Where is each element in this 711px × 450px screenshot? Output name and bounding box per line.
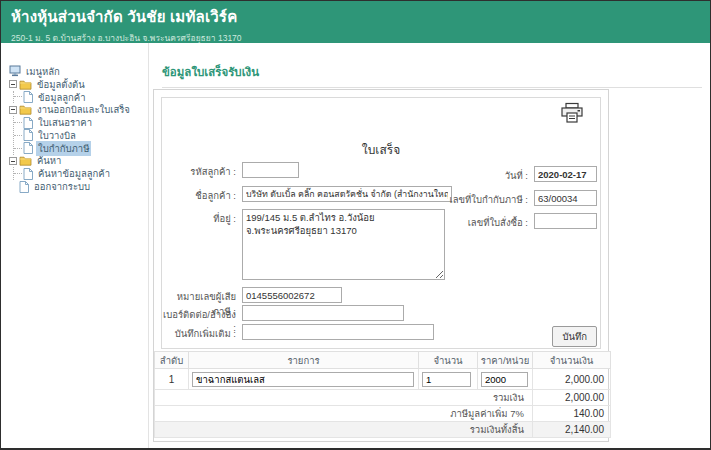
field-tax-invoice-no: เลขที่ใบกำกับภาษี :	[449, 190, 597, 207]
col-header-amount: จำนวนเงิน	[533, 352, 611, 369]
subtotal-label: รวมเงิน	[155, 390, 533, 406]
sidebar-tree: เมนูหลัก ข้อมูลตั้งต้น ข้อมูลลูกค้า งานอ…	[1, 43, 149, 448]
page-icon	[23, 129, 33, 141]
item-amount: 2,000.00	[533, 369, 611, 390]
tax-invoice-no-input[interactable]	[534, 190, 597, 206]
main-content: ข้อมูลใบเสร็จรับเงิน ใบเสร็จ รหัสลูกค้า …	[149, 43, 711, 450]
item-qty-cell	[419, 369, 478, 390]
customer-name-input[interactable]	[242, 186, 452, 202]
subtotal-row: รวมเงิน 2,000.00	[155, 390, 611, 406]
grand-total-value: 2,140.00	[533, 422, 611, 438]
page-icon	[23, 117, 33, 129]
note-label: บันทึกเพิ่มเติม :	[162, 324, 240, 341]
item-description-input[interactable]	[192, 372, 414, 387]
grand-total-label: รวมเงินทั้งสิ้น	[155, 422, 533, 438]
tax-id-input[interactable]	[242, 287, 342, 303]
contact-input[interactable]	[242, 305, 404, 321]
field-customer-name: ชื่อลูกค้า :	[162, 186, 452, 203]
note-input[interactable]	[242, 324, 434, 340]
page-icon	[23, 142, 33, 154]
collapse-icon[interactable]	[9, 157, 17, 165]
item-no: 1	[155, 369, 189, 390]
col-header-unit-price: ราคา/หน่วย	[478, 352, 533, 369]
save-button[interactable]: บันทึก	[552, 326, 597, 347]
field-note: บันทึกเพิ่มเติม :	[162, 324, 434, 341]
field-po-no: เลขที่ใบสั่งซื้อ :	[468, 213, 597, 230]
field-address: ที่อยู่ : 199/145 ม.5 ต.ลำไทร อ.วังน้อย …	[162, 209, 445, 280]
tree-branch: ใบเสนอราคา ใบวางบิล ใบกำกับภาษี	[13, 116, 146, 154]
po-no-input[interactable]	[534, 213, 597, 229]
field-customer-code: รหัสลูกค้า :	[162, 162, 299, 179]
table-row: 1 2,000.00	[155, 369, 611, 390]
item-unit-price-input[interactable]	[481, 372, 528, 387]
sidebar-item-quotation[interactable]: ใบเสนอราคา	[14, 116, 146, 129]
collapse-icon[interactable]	[9, 106, 17, 114]
col-header-description: รายการ	[189, 352, 419, 369]
item-description-cell	[189, 369, 419, 390]
col-header-no: ลำดับ	[155, 352, 189, 369]
page-icon	[19, 181, 29, 193]
tax-invoice-no-label: เลขที่ใบกำกับภาษี :	[449, 190, 532, 207]
page-title: ข้อมูลใบเสร็จรับเงิน	[162, 63, 702, 88]
customer-name-label: ชื่อลูกค้า :	[162, 186, 240, 203]
receipt-form: ใบเสร็จ รหัสลูกค้า : ชื่อลูกค้า : ที่อยู…	[161, 97, 601, 349]
customer-code-label: รหัสลูกค้า :	[162, 162, 240, 179]
vat-value: 140.00	[533, 406, 611, 422]
company-name: ห้างหุ้นส่วนจำกัด วันชัย เมทัลเวิร์ค	[11, 5, 700, 29]
items-table: ลำดับ รายการ จำนวน ราคา/หน่วย จำนวนเงิน …	[154, 351, 611, 438]
customer-code-input[interactable]	[242, 162, 299, 178]
subtotal-value: 2,000.00	[533, 390, 611, 406]
item-unit-price-cell	[478, 369, 533, 390]
print-button[interactable]	[560, 102, 584, 127]
sidebar-item-tax-invoice[interactable]: ใบกำกับภาษี	[14, 142, 146, 155]
date-label: วันที่ :	[505, 166, 532, 183]
grand-total-row: รวมเงินทั้งสิ้น 2,140.00	[155, 422, 611, 438]
sidebar-item-label: ออกจากระบบ	[32, 179, 92, 194]
address-label: ที่อยู่ :	[162, 209, 240, 226]
vat-label: ภาษีมูลค่าเพิ่ม 7%	[155, 406, 533, 422]
folder-icon	[19, 155, 32, 166]
page-icon	[23, 91, 33, 103]
col-header-qty: จำนวน	[419, 352, 478, 369]
item-qty-input[interactable]	[422, 372, 471, 387]
folder-icon	[19, 79, 32, 90]
printer-icon	[560, 102, 584, 124]
vat-row: ภาษีมูลค่าเพิ่ม 7% 140.00	[155, 406, 611, 422]
table-header-row: ลำดับ รายการ จำนวน ราคา/หน่วย จำนวนเงิน	[155, 352, 611, 369]
address-textarea[interactable]: 199/145 ม.5 ต.ลำไทร อ.วังน้อย จ.พระนครศร…	[242, 209, 445, 280]
form-title: ใบเสร็จ	[162, 140, 600, 159]
field-date: วันที่ :	[505, 166, 597, 183]
computer-icon	[9, 65, 21, 77]
sidebar-item-logout[interactable]: ออกจากระบบ	[19, 180, 146, 193]
date-input[interactable]	[534, 166, 597, 182]
page-icon	[23, 168, 33, 180]
collapse-icon[interactable]	[9, 80, 17, 88]
app-header: ห้างหุ้นส่วนจำกัด วันชัย เมทัลเวิร์ค 250…	[1, 1, 710, 43]
app-window: { "colors": { "header_bg": "#2e9678", "t…	[0, 0, 711, 450]
receipt-panel: ใบเสร็จ รหัสลูกค้า : ชื่อลูกค้า : ที่อยู…	[153, 89, 609, 442]
po-no-label: เลขที่ใบสั่งซื้อ :	[468, 213, 532, 230]
folder-icon	[19, 104, 32, 115]
